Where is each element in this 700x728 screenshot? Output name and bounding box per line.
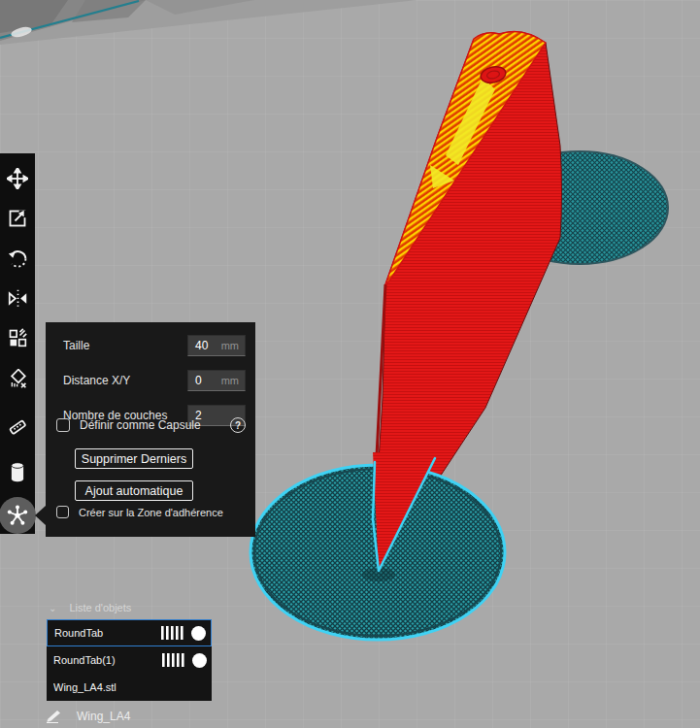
distance-value: 0 — [188, 374, 221, 387]
object-name: RoundTab(1) — [53, 654, 162, 666]
adhesion-zone-label: Créer sur la Zone d'adhérence — [79, 507, 223, 518]
object-list: RoundTab RoundTab(1) Wing_LA4.stl — [47, 619, 212, 701]
size-label: Taille — [63, 339, 187, 352]
adhesion-zone-checkbox[interactable] — [56, 506, 69, 518]
support-blocker-icon — [8, 369, 28, 389]
selected-model-name: Wing_LA4 — [77, 710, 130, 723]
cylinder-tab-button[interactable] — [7, 461, 28, 482]
help-icon[interactable]: ? — [230, 417, 246, 433]
tab-antiwarping-panel: Taille 40 mm Distance X/Y 0 mm Nombre de… — [46, 322, 255, 537]
support-blocker-button[interactable] — [7, 368, 28, 389]
distance-unit: mm — [221, 375, 245, 386]
per-model-settings-button[interactable] — [7, 327, 28, 348]
measure-tool-button[interactable] — [7, 416, 28, 438]
tab-antiwarping-button[interactable] — [0, 497, 36, 534]
extruder-color-dot — [191, 626, 206, 641]
rotate-tool-button[interactable] — [7, 248, 28, 269]
tab-antiwarping-icon — [6, 504, 29, 527]
mesh-type-bars-icon — [161, 626, 184, 640]
scale-icon — [8, 209, 27, 228]
mirror-tool-button[interactable] — [7, 287, 28, 309]
mesh-type-bars-icon — [162, 653, 185, 667]
capsule-label: Définir comme Capsule — [80, 418, 201, 432]
remove-last-button[interactable]: Supprimer Derniers — [75, 448, 193, 469]
scale-tool-button[interactable] — [7, 208, 28, 229]
move-icon — [7, 168, 28, 189]
object-name: Wing_LA4.stl — [53, 681, 207, 693]
object-list-header[interactable]: ⌄ Liste d'objets — [49, 602, 131, 613]
object-list-item-wing[interactable]: Wing_LA4.stl — [47, 674, 212, 701]
chevron-down-icon: ⌄ — [49, 603, 56, 613]
distance-label: Distance X/Y — [63, 374, 187, 387]
cylinder-tab-icon — [9, 462, 26, 482]
measure-icon — [8, 417, 28, 438]
selected-model-label: Wing_LA4 — [47, 710, 130, 723]
capsule-checkbox[interactable] — [56, 418, 70, 432]
panel-pointer-arrow — [35, 506, 46, 525]
cura-viewport: Taille 40 mm Distance X/Y 0 mm Nombre de… — [0, 0, 700, 728]
rotate-icon — [8, 248, 28, 269]
size-input[interactable]: 40 mm — [187, 335, 246, 356]
mirror-icon — [8, 288, 28, 309]
object-list-title: Liste d'objets — [69, 602, 131, 613]
auto-add-button[interactable]: Ajout automatique — [75, 480, 193, 501]
move-tool-button[interactable] — [7, 168, 28, 189]
extruder-color-dot — [192, 653, 207, 668]
object-list-item-roundtab1[interactable]: RoundTab(1) — [47, 646, 212, 674]
per-model-settings-icon — [8, 328, 27, 347]
object-list-item-roundtab[interactable]: RoundTab — [47, 619, 212, 646]
object-name: RoundTab — [54, 627, 161, 639]
size-value: 40 — [188, 339, 221, 352]
size-unit: mm — [221, 340, 245, 351]
distance-input[interactable]: 0 mm — [187, 370, 246, 391]
pencil-icon — [47, 710, 63, 723]
tool-sidebar — [0, 153, 35, 534]
